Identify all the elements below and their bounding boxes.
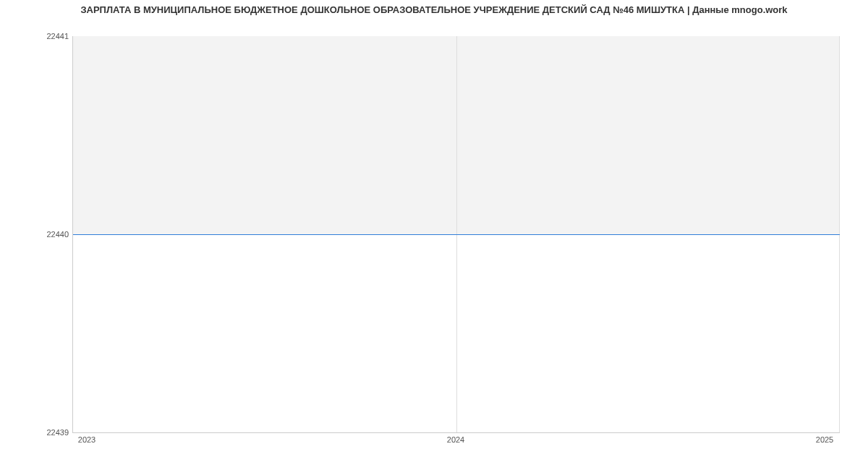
x-tick-2024: 2024: [447, 435, 464, 444]
chart-title: ЗАРПЛАТА В МУНИЦИПАЛЬНОЕ БЮДЖЕТНОЕ ДОШКО…: [0, 4, 868, 15]
salary-chart: ЗАРПЛАТА В МУНИЦИПАЛЬНОЕ БЮДЖЕТНОЕ ДОШКО…: [0, 0, 868, 470]
plot-area: [72, 36, 840, 433]
y-tick-top: 22441: [33, 32, 69, 40]
x-tick-2025: 2025: [816, 435, 833, 444]
x-tick-2023: 2023: [78, 435, 95, 444]
y-tick-bottom: 22439: [33, 428, 69, 437]
series-line: [73, 234, 840, 235]
y-tick-mid: 22440: [33, 230, 69, 239]
